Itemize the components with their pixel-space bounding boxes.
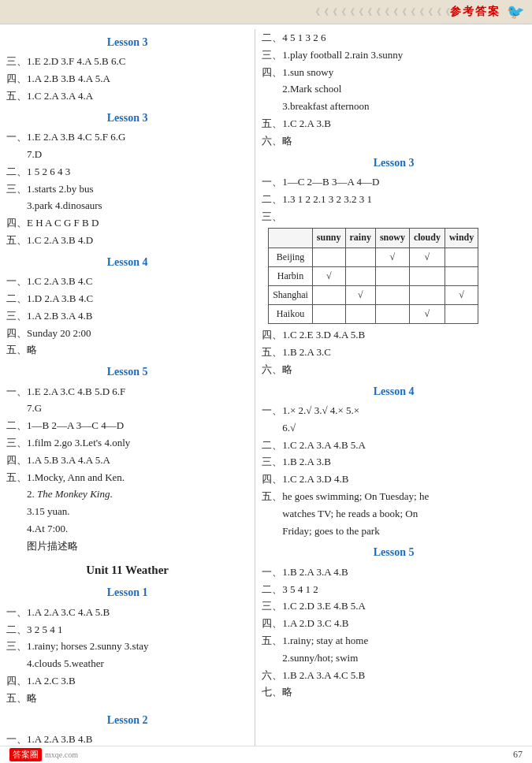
l5-line5: 四、1.A 5.B 3.A 4.A 5.A	[6, 452, 248, 469]
left-l3-line1: 三、1.E 2.D 3.F 4.A 5.B 6.C	[6, 54, 248, 70]
col-snowy: snowy	[375, 229, 409, 248]
rl4-line4: 三、1.B 2.A 3.B	[262, 454, 526, 471]
rl5-line7: 六、1.B 2.A 3.A 4.C 5.B	[262, 668, 526, 684]
rl5-line4: 四、1.A 2.D 3.C 4.B	[262, 616, 526, 632]
left-lesson5: Lesson 5 一、1.E 2.A 3.C 4.B 5.D 6.F 7.G 二…	[6, 363, 248, 554]
l5-line7: 2. The Monkey King.	[6, 486, 248, 503]
city-shanghai: Shanghai	[269, 285, 313, 304]
col-windy: windy	[445, 229, 478, 248]
left-lesson3-sub: Lesson 3 一、1.E 2.A 3.B 4.C 5.F 6.G 7.D 二…	[6, 110, 248, 249]
l5-line4: 三、1.film 2.go 3.Let's 4.only	[6, 435, 248, 452]
content-area: Lesson 3 三、1.E 2.D 3.F 4.A 5.B 6.C 四、1.A…	[0, 24, 532, 756]
l3s-line3: 二、1 5 2 6 4 3	[6, 164, 248, 181]
unit11-l2-title: Lesson 2	[6, 712, 248, 729]
l5-line1: 一、1.E 2.A 3.C 4.B 5.D 6.F	[6, 384, 248, 400]
l5-line10: 图片描述略	[6, 538, 248, 555]
right-l4-title: Lesson 4	[262, 383, 526, 400]
col-sunny: sunny	[312, 229, 345, 248]
left-lesson3-top: Lesson 3 三、1.E 2.D 3.F 4.A 5.B 6.C 四、1.A…	[6, 34, 248, 105]
footer-logo-box: 答案圈	[9, 748, 42, 761]
l4-line4: 四、Sunday 20 2:00	[6, 326, 248, 342]
rl3-after1: 四、1.C 2.E 3.D 4.A 5.B	[262, 327, 526, 344]
l3s-line1: 一、1.E 2.A 3.B 4.C 5.F 6.G	[6, 129, 248, 146]
rl4-line2: 6.√	[262, 420, 526, 437]
l5-line6: 五、1.Mocky, Ann and Ken.	[6, 470, 248, 486]
table-row: Beijing √ √	[269, 248, 478, 266]
rl5-line8: 七、略	[262, 684, 526, 701]
col-city	[269, 229, 313, 248]
l3s-line4: 三、1.starts 2.by bus	[6, 181, 248, 198]
rl4-line3: 二、1.C 2.A 3.A 4.B 5.A	[262, 437, 526, 454]
u11l1-line5: 四、1.A 2.C 3.B	[6, 673, 248, 690]
rl5-line3: 三、1.C 2.D 3.E 4.B 5.A	[262, 598, 526, 615]
l3s-line5: 3.park 4.dinosaurs	[6, 198, 248, 214]
right-lesson3: Lesson 3 一、1—C 2—B 3—A 4—D 二、1.3 1 2 2.1…	[262, 154, 526, 378]
u11l1-line6: 五、略	[6, 690, 248, 707]
rl5-line6: 2.sunny/hot; swim	[262, 650, 526, 667]
footer-bar: 答案圈 mxqe.com 67	[0, 746, 532, 763]
rt-line2: 三、1.play football 2.rain 3.sunny	[262, 47, 526, 64]
left-column: Lesson 3 三、1.E 2.D 3.F 4.A 5.B 6.C 四、1.A…	[6, 29, 255, 751]
lesson3-sub-title: Lesson 3	[6, 110, 248, 127]
u11l1-line2: 二、3 2 5 4 1	[6, 622, 248, 638]
right-top: 二、4 5 1 3 2 6 三、1.play football 2.rain 3…	[262, 30, 526, 150]
rl3-line3: 三、	[262, 209, 526, 225]
rt-line4: 2.Mark school	[262, 81, 526, 98]
right-l5-title: Lesson 5	[262, 544, 526, 561]
rl5-line5: 五、1.rainy; stay at home	[262, 633, 526, 649]
header-title: 参考答案	[450, 5, 500, 19]
lesson4-title: Lesson 4	[6, 254, 248, 271]
rl5-line1: 一、1.B 2.A 3.A 4.B	[262, 564, 526, 581]
l4-line3: 三、1.A 2.B 3.A 4.B	[6, 308, 248, 325]
rl4-line1: 一、1.× 2.√ 3.√ 4.× 5.×	[262, 403, 526, 419]
footer-logo-area: 答案圈 mxqe.com	[9, 748, 78, 761]
city-harbin: Harbin	[269, 266, 313, 285]
rt-line1: 二、4 5 1 3 2 6	[262, 30, 526, 47]
l4-line1: 一、1.C 2.A 3.B 4.C	[6, 274, 248, 290]
rl4-line8: Friday; goes to the park	[262, 523, 526, 540]
right-column: 二、4 5 1 3 2 6 三、1.play football 2.rain 3…	[255, 29, 526, 751]
right-l3-title: Lesson 3	[262, 154, 526, 172]
right-lesson5: Lesson 5 一、1.B 2.A 3.A 4.B 二、3 5 4 1 2 三…	[262, 544, 526, 701]
rt-line5: 3.breakfast afternoon	[262, 99, 526, 115]
rt-line6: 五、1.C 2.A 3.B	[262, 116, 526, 132]
u11l1-line1: 一、1.A 2.A 3.C 4.A 5.B	[6, 605, 248, 621]
rl5-line2: 二、3 5 4 1 2	[262, 582, 526, 598]
weather-table: sunny rainy snowy cloudy windy Beijing	[268, 228, 478, 324]
rt-line7: 六、略	[262, 133, 526, 150]
page-number: 67	[513, 749, 523, 761]
left-lesson4: Lesson 4 一、1.C 2.A 3.B 4.C 二、1.D 2.A 3.B…	[6, 254, 248, 359]
l3s-line2: 7.D	[6, 147, 248, 163]
l5-line2: 7.G	[6, 400, 248, 417]
rl4-line5: 四、1.C 2.A 3.D 4.B	[262, 471, 526, 488]
table-row: Harbin √	[269, 266, 478, 285]
header-decoration: 《《《《《《《《《《《《《《《《	[311, 6, 450, 18]
right-lesson4: Lesson 4 一、1.× 2.√ 3.√ 4.× 5.× 6.√ 二、1.C…	[262, 383, 526, 540]
rl3-after2: 五、1.B 2.A 3.C	[262, 344, 526, 361]
l3s-line7: 五、1.C 2.A 3.B 4.D	[6, 233, 248, 249]
rl3-line2: 二、1.3 1 2 2.1 3 2 3.2 3 1	[262, 192, 526, 208]
rl4-line6: 五、he goes swimming; On Tuesday; he	[262, 489, 526, 505]
u11l1-line4: 4.clouds 5.weather	[6, 656, 248, 672]
unit11: Unit 11 Weather Lesson 1 一、1.A 2.A 3.C 4…	[6, 560, 248, 747]
footer-url: mxqe.com	[45, 750, 78, 759]
left-l3-line3: 五、1.C 2.A 3.A 4.A	[6, 88, 248, 105]
rl4-line7: watches TV; he reads a book; On	[262, 506, 526, 523]
table-row: Shanghai √ √	[269, 285, 478, 304]
col-cloudy: cloudy	[409, 229, 445, 248]
unit11-l1-title: Lesson 1	[6, 584, 248, 601]
l5-line8: 3.15 yuan.	[6, 504, 248, 520]
city-beijing: Beijing	[269, 248, 313, 266]
table-row: Haikou √	[269, 305, 478, 324]
rl3-line1: 一、1—C 2—B 3—A 4—D	[262, 174, 526, 191]
lesson5-title: Lesson 5	[6, 363, 248, 381]
l3s-line6: 四、E H A C G F B D	[6, 215, 248, 232]
l5-line3: 二、1—B 2—A 3—C 4—D	[6, 418, 248, 434]
city-haikou: Haikou	[269, 305, 313, 324]
header-icon: 🐦	[507, 3, 524, 20]
unit11-title: Unit 11 Weather	[6, 560, 248, 579]
lesson3-top-title: Lesson 3	[6, 34, 248, 51]
page-container: 《《《《《《《《《《《《《《《《 参考答案 🐦 Lesson 3 三、1.E 2…	[0, 0, 532, 763]
col-rainy: rainy	[345, 229, 375, 248]
left-l3-line2: 四、1.A 2.B 3.B 4.A 5.A	[6, 71, 248, 87]
